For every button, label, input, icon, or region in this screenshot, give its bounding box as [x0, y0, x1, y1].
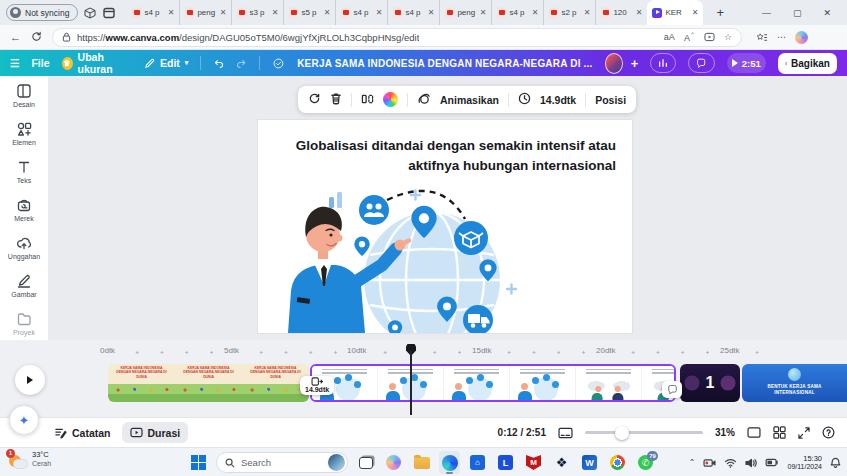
tab-close-icon[interactable]: ✕ [636, 8, 643, 17]
tab-close-icon[interactable]: ✕ [692, 8, 699, 17]
tab-close-icon[interactable]: ✕ [480, 8, 487, 17]
globalization-illustration[interactable] [274, 183, 574, 333]
file-explorer-button[interactable] [411, 451, 432, 474]
redo-icon[interactable] [236, 57, 247, 69]
regenerate-icon[interactable] [308, 92, 321, 107]
weather-widget[interactable]: 1 33°C Cerah [8, 451, 51, 468]
fullscreen-icon[interactable] [798, 427, 810, 439]
sidebar-item-projects[interactable]: Proyek [0, 304, 48, 342]
taskbar-search[interactable]: Search [216, 452, 348, 473]
favorite-star-icon[interactable]: ☆ [724, 32, 732, 42]
start-button[interactable] [188, 451, 209, 474]
tray-expand-icon[interactable]: ⌃ [689, 458, 696, 467]
chrome-button[interactable] [607, 451, 628, 474]
translate-icon[interactable]: aA [664, 32, 675, 42]
tab-close-icon[interactable]: ✕ [584, 8, 591, 17]
browser-tab[interactable]: peng✕ [179, 0, 231, 25]
clock-icon[interactable] [518, 92, 531, 107]
edit-menu[interactable]: Edit▾ [144, 57, 188, 69]
fit-page-icon[interactable] [747, 427, 761, 438]
maximize-button[interactable]: ▢ [793, 8, 802, 18]
browser-tab[interactable]: peng✕ [439, 0, 491, 25]
animate-button[interactable]: Animasikan [440, 94, 499, 106]
speaker-icon[interactable] [745, 458, 757, 468]
video-capture-icon[interactable] [704, 32, 715, 42]
browser-tab[interactable]: s4 p✕ [127, 0, 179, 25]
notes-button[interactable]: Catatan [54, 427, 111, 439]
tab-close-icon[interactable]: ✕ [272, 8, 279, 17]
word-button[interactable]: W [579, 451, 600, 474]
undo-icon[interactable] [213, 57, 224, 69]
pages-view-icon[interactable] [558, 427, 573, 439]
zoom-slider[interactable] [585, 431, 703, 434]
duration-button[interactable]: 14.9dtk [540, 94, 576, 106]
zoom-level[interactable]: 31% [715, 427, 735, 438]
browser-tab[interactable]: s2 p✕ [543, 0, 595, 25]
tab-close-icon[interactable]: ✕ [168, 8, 175, 17]
tab-close-icon[interactable]: ✕ [532, 8, 539, 17]
sidebar-item-uploads[interactable]: Unggahan [0, 228, 48, 266]
browser-tab[interactable]: 120✕ [595, 0, 647, 25]
tab-close-icon[interactable]: ✕ [220, 8, 227, 17]
browser-tab[interactable]: s4 p✕ [335, 0, 387, 25]
grid-view-icon[interactable] [773, 426, 786, 439]
browser-tab-active[interactable]: KER✕ [647, 0, 703, 25]
delete-trash-icon[interactable] [330, 92, 342, 107]
more-menu-icon[interactable]: ⋯ [777, 32, 786, 42]
share-button[interactable]: Bagikan [778, 53, 837, 74]
zoom-slider-thumb[interactable] [615, 426, 629, 440]
resize-button[interactable]: ♛ Ubah ukuran [62, 51, 132, 75]
browser-tab[interactable]: s4 p✕ [387, 0, 439, 25]
dropbox-button[interactable]: ❖ [551, 451, 572, 474]
slide-heading[interactable]: Globalisasi ditandai dengan semakin inte… [260, 136, 616, 177]
help-icon[interactable] [822, 426, 835, 439]
comments-button[interactable] [688, 53, 714, 73]
sidebar-item-text[interactable]: Teks [0, 152, 48, 190]
color-picker-icon[interactable] [383, 92, 398, 107]
screen-record-icon[interactable] [703, 458, 716, 468]
design-canvas[interactable]: Globalisasi ditandai dengan semakin inte… [258, 120, 632, 333]
workspaces-window-icon[interactable] [102, 6, 116, 20]
sidebar-item-elements[interactable]: Elemen [0, 114, 48, 152]
tab-close-icon[interactable]: ✕ [428, 8, 435, 17]
wifi-icon[interactable] [724, 458, 737, 468]
edge-button[interactable] [439, 451, 460, 474]
close-button[interactable]: ✕ [823, 8, 831, 18]
add-member-button[interactable]: + [631, 56, 639, 71]
extension-cube-icon[interactable] [83, 6, 97, 20]
browser-tab[interactable]: s5 p✕ [283, 0, 335, 25]
hamburger-menu-icon[interactable]: ☰ [10, 57, 19, 69]
design-title[interactable]: KERJA SAMA INDONESIA DENGAN NEGARA-NEGAR… [297, 58, 592, 69]
position-button[interactable]: Posisi [595, 94, 626, 106]
browser-tab[interactable]: s3 p✕ [231, 0, 283, 25]
mcafee-button[interactable]: M [523, 451, 544, 474]
browser-tab[interactable]: s4 p✕ [491, 0, 543, 25]
refresh-icon[interactable] [31, 31, 42, 44]
canva-assistant-button[interactable]: ✦ [9, 405, 39, 435]
copilot-button[interactable] [383, 451, 404, 474]
sidebar-item-design[interactable]: Desain [0, 76, 48, 114]
present-play-button[interactable]: 2:51 [727, 53, 766, 73]
store-button[interactable]: ⌂ [467, 451, 488, 474]
tray-clock[interactable]: 15:30 09/11/2024 [787, 454, 822, 471]
l-app-button[interactable]: L [495, 451, 516, 474]
timeline-playhead[interactable] [406, 344, 416, 415]
timeline-clip-bentuk[interactable]: BENTUK KERJA SAMA INTERNASIONAL [742, 364, 847, 402]
file-menu[interactable]: File [31, 57, 49, 69]
sidebar-item-brand[interactable]: Merek [0, 190, 48, 228]
flip-icon[interactable] [361, 93, 374, 107]
timeline-clip-selected[interactable] [310, 364, 676, 402]
timeline-clip-intro[interactable]: KERJA SAMA INDONESIA DENGAN NEGARA-NEGAR… [108, 364, 309, 402]
sidebar-item-draw[interactable]: Gambar [0, 266, 48, 304]
timeline-clip-number[interactable]: 1 [680, 364, 740, 402]
timeline-comment-marker[interactable] [662, 381, 682, 398]
insights-button[interactable] [650, 53, 676, 73]
battery-icon[interactable] [765, 458, 779, 467]
task-view-button[interactable] [355, 451, 376, 474]
read-aloud-icon[interactable]: A⌃ [684, 31, 695, 43]
tab-close-icon[interactable]: ✕ [324, 8, 331, 17]
notification-bell-icon[interactable] [830, 457, 841, 469]
timeline-play-button[interactable] [15, 365, 45, 395]
copilot-icon[interactable] [795, 31, 808, 44]
tab-close-icon[interactable]: ✕ [376, 8, 383, 17]
